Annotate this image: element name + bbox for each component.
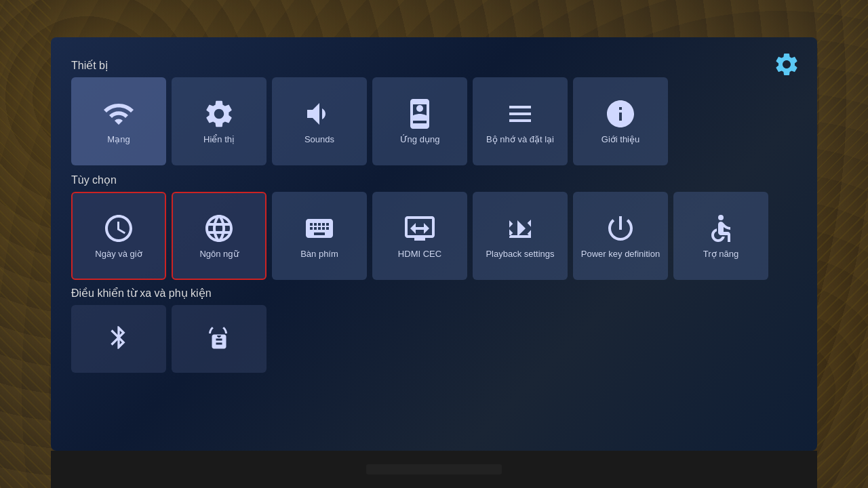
dieu-khien-row (71, 305, 797, 373)
tuy-chon-row: Ngày và giờ Ngôn ngữ Bàn phím HDMI CEC (71, 192, 797, 280)
tile-bo-nho[interactable]: Bộ nhớ và đặt lại (473, 77, 568, 165)
tile-ngay-gio[interactable]: Ngày và giờ (71, 192, 166, 280)
tile-ngay-gio-label: Ngày và giờ (95, 249, 142, 260)
tile-hien-thi[interactable]: Hiển thị (172, 77, 267, 165)
section-tuy-chon-label: Tùy chọn (71, 174, 797, 186)
tile-tro-nang[interactable]: Trợ năng (673, 192, 768, 280)
tile-ung-dung-label: Ứng dụng (400, 134, 440, 145)
left-decoration (0, 0, 51, 488)
tile-ban-phim[interactable]: Bàn phím (272, 192, 367, 280)
tile-power-key[interactable]: Power key definition (573, 192, 668, 280)
tile-playback-label: Playback settings (486, 249, 554, 260)
settings-gear-icon[interactable] (770, 47, 804, 81)
tile-hien-thi-label: Hiển thị (203, 134, 235, 145)
tile-bluetooth[interactable] (71, 305, 166, 373)
tile-ban-phim-label: Bàn phím (300, 249, 338, 260)
tile-ngon-ngu[interactable]: Ngôn ngữ (172, 192, 267, 280)
right-decoration (817, 0, 868, 488)
section-dieu-khien-label: Điều khiển từ xa và phụ kiện (71, 287, 797, 300)
tile-power-key-label: Power key definition (581, 249, 660, 260)
thiet-bi-row: Mạng Hiển thị Sounds Ứng dụng (71, 77, 797, 165)
tile-hdmi-cec[interactable]: HDMI CEC (372, 192, 467, 280)
tv-stand-base (366, 464, 502, 474)
tv-screen: Thiết bị Mạng Hiển thị Sounds (51, 37, 817, 451)
tile-mang-label: Mạng (107, 134, 130, 145)
tile-hdmi-cec-label: HDMI CEC (398, 249, 441, 260)
tile-gioi-thieu-label: Giới thiệu (601, 134, 639, 145)
tile-sounds-label: Sounds (304, 134, 334, 145)
tile-sounds[interactable]: Sounds (272, 77, 367, 165)
tile-playback[interactable]: Playback settings (473, 192, 568, 280)
svg-point-1 (718, 215, 724, 220)
tile-ngon-ngu-label: Ngôn ngữ (199, 249, 238, 260)
tv-stand (51, 451, 817, 488)
tile-gioi-thieu[interactable]: Giới thiệu (573, 77, 668, 165)
tile-remote[interactable] (172, 305, 267, 373)
section-thiet-bi-label: Thiết bị (71, 59, 797, 72)
tile-mang[interactable]: Mạng (71, 77, 166, 165)
tile-bo-nho-label: Bộ nhớ và đặt lại (486, 134, 554, 145)
tile-tro-nang-label: Trợ năng (703, 249, 738, 260)
tile-ung-dung[interactable]: Ứng dụng (372, 77, 467, 165)
svg-point-0 (416, 105, 423, 112)
